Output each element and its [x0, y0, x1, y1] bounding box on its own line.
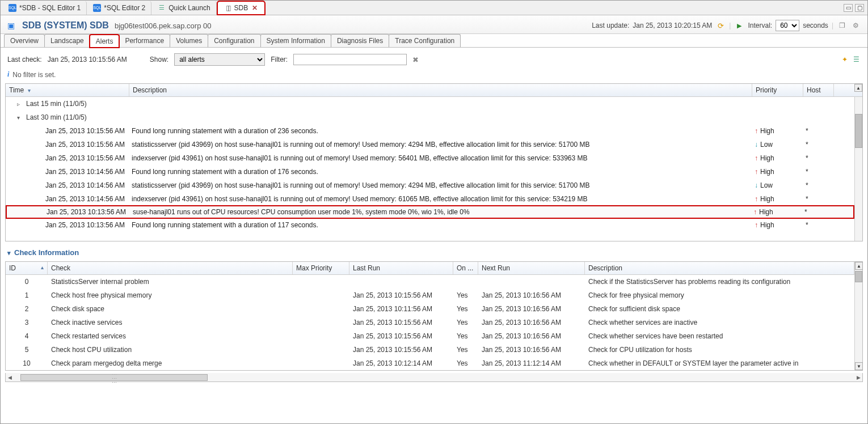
maximize-view-button[interactable]: ▢	[855, 4, 864, 12]
alert-row[interactable]: Jan 25, 2013 10:14:56 AMstatisticsserver…	[6, 179, 854, 192]
column-last-run[interactable]: Last Run	[349, 262, 453, 274]
filter-info: i No filter is set.	[1, 69, 867, 83]
tab-trace-configuration[interactable]: Trace Configuration	[389, 34, 461, 47]
check-row[interactable]: 3Check inactive servicesJan 25, 2013 10:…	[6, 316, 854, 329]
priority-arrow-icon	[755, 127, 758, 135]
column-time[interactable]: Time	[6, 84, 129, 96]
interval-unit: seconds	[803, 22, 828, 29]
tab-landscape[interactable]: Landscape	[44, 34, 90, 47]
column-id[interactable]: ID	[6, 262, 48, 274]
sort-desc-icon	[26, 86, 31, 94]
alert-row-partial	[6, 232, 854, 241]
view-options-icon[interactable]	[852, 55, 861, 64]
tab-label: Quick Launch	[168, 4, 210, 12]
check-info-header[interactable]: Check Information	[1, 241, 867, 261]
last-update-value: Jan 25, 2013 10:20:15 AM	[633, 22, 712, 29]
system-header: SDB (SYSTEM) SDB bjg06test006.pek.sap.co…	[1, 15, 867, 34]
tab-volumes[interactable]: Volumes	[170, 34, 208, 47]
check-info-title: Check Information	[14, 248, 79, 257]
clear-filter-button[interactable]: ✖	[412, 56, 419, 64]
alert-row[interactable]: Jan 25, 2013 10:15:56 AMFound long runni…	[6, 124, 854, 138]
refresh-button[interactable]	[715, 20, 726, 31]
column-next-run[interactable]: Next Run	[478, 262, 585, 274]
alerts-table: Time Description Priority Host ▲ ▹Last 1…	[5, 83, 863, 241]
alerts-table-header: Time Description Priority Host ▲	[6, 84, 862, 97]
tab-label: *SDB - SQL Editor 1	[19, 4, 81, 12]
interval-label: Interval:	[748, 22, 772, 29]
tab-configuration[interactable]: Configuration	[208, 34, 260, 47]
horizontal-scrollbar[interactable]: ◀ ▶	[5, 373, 863, 382]
tab-sql-editor-1[interactable]: SQL *SDB - SQL Editor 1	[3, 1, 87, 15]
column-priority[interactable]: Priority	[752, 84, 803, 96]
tab-overview[interactable]: Overview	[4, 34, 45, 47]
interval-select[interactable]: 60	[776, 20, 799, 31]
filter-input[interactable]	[293, 54, 407, 65]
priority-arrow-icon	[755, 141, 758, 149]
settings-button[interactable]	[850, 20, 861, 31]
column-host[interactable]: Host	[803, 84, 834, 96]
check-row[interactable]: 0StatisticsServer internal problemCheck …	[6, 275, 854, 289]
filter-label: Filter:	[271, 56, 288, 63]
scroll-thumb[interactable]	[855, 114, 862, 148]
configure-alerts-icon[interactable]	[840, 55, 849, 64]
tab-sql-editor-2[interactable]: SQL *SQL Editor 2	[87, 1, 151, 15]
alert-group[interactable]: ▹Last 15 min (11/0/5)	[6, 97, 854, 111]
close-tab-icon[interactable]: ✕	[251, 4, 259, 12]
table-icon	[158, 4, 166, 12]
check-row[interactable]: 4Check restarted servicesJan 25, 2013 10…	[6, 329, 854, 343]
alert-row[interactable]: Jan 25, 2013 10:15:56 AMstatisticsserver…	[6, 138, 854, 151]
priority-arrow-icon	[753, 208, 757, 216]
scroll-thumb[interactable]	[855, 271, 862, 282]
scroll-up-button[interactable]: ▲	[854, 84, 862, 92]
alerts-table-body: ▹Last 15 min (11/0/5)▾Last 30 min (11/0/…	[6, 97, 854, 241]
check-row[interactable]: 2Check disk spaceJan 25, 2013 10:11:56 A…	[6, 302, 854, 316]
alert-row[interactable]: Jan 25, 2013 10:14:56 AMFound long runni…	[6, 165, 854, 179]
tab-system-information[interactable]: System Information	[260, 34, 331, 47]
check-row[interactable]: 5Check host CPU utilizationJan 25, 2013 …	[6, 343, 854, 357]
tab-label: *SQL Editor 2	[104, 4, 145, 12]
show-select[interactable]: all alerts	[174, 53, 265, 66]
alert-row[interactable]: Jan 25, 2013 10:14:56 AMindexserver (pid…	[6, 192, 854, 206]
alert-row[interactable]: Jan 25, 2013 10:13:56 AMFound long runni…	[6, 218, 854, 232]
last-check-value: Jan 25, 2013 10:15:56 AM	[48, 56, 127, 63]
check-row[interactable]: 1Check host free physical memoryJan 25, …	[6, 289, 854, 302]
system-title: SDB (SYSTEM) SDB	[22, 20, 109, 31]
expand-icon[interactable]: ▹	[17, 101, 23, 107]
scroll-up-button[interactable]: ▲	[855, 262, 863, 270]
system-icon	[224, 4, 231, 12]
sql-icon: SQL	[9, 4, 16, 12]
tab-alerts[interactable]: Alerts	[90, 35, 120, 48]
vertical-scrollbar[interactable]	[854, 97, 862, 241]
column-description[interactable]: Description	[129, 84, 752, 96]
tab-sdb[interactable]: SDB ✕	[217, 1, 266, 15]
priority-arrow-icon	[755, 221, 758, 229]
tab-quick-launch[interactable]: Quick Launch	[152, 1, 216, 15]
check-table-header: ID Check Max Priority Last Run On ... Ne…	[6, 262, 854, 275]
priority-arrow-icon	[755, 195, 758, 203]
check-info-table: ID Check Max Priority Last Run On ... Ne…	[5, 261, 863, 371]
scroll-left-button[interactable]: ◀	[6, 374, 14, 381]
scroll-thumb[interactable]	[20, 374, 208, 381]
last-check-label: Last check:	[7, 56, 42, 63]
auto-refresh-button[interactable]	[734, 20, 744, 31]
sql-icon: SQL	[93, 4, 101, 12]
check-table-body: 0StatisticsServer internal problemCheck …	[6, 275, 854, 370]
expand-icon[interactable]: ▾	[17, 115, 23, 121]
minimize-view-button[interactable]: ▭	[844, 4, 853, 12]
alert-row[interactable]: Jan 25, 2013 10:15:56 AMindexserver (pid…	[6, 151, 854, 165]
scroll-down-button[interactable]: ▼	[855, 362, 863, 370]
column-max-priority[interactable]: Max Priority	[293, 262, 349, 274]
tab-performance[interactable]: Performance	[119, 34, 170, 47]
alert-group[interactable]: ▾Last 30 min (11/0/5)	[6, 111, 854, 124]
column-on[interactable]: On ...	[453, 262, 478, 274]
column-check[interactable]: Check	[48, 262, 293, 274]
column-check-description[interactable]: Description	[585, 262, 854, 274]
alert-row[interactable]: Jan 25, 2013 10:13:56 AMsuse-hanajl01 ru…	[6, 205, 854, 219]
info-icon: i	[7, 70, 9, 79]
copy-button[interactable]	[837, 20, 847, 31]
scroll-right-button[interactable]: ▶	[854, 374, 862, 381]
last-update-label: Last update:	[592, 22, 629, 29]
tab-diagnosis-files[interactable]: Diagnosis Files	[331, 34, 389, 47]
collapse-icon[interactable]	[7, 248, 11, 257]
check-row[interactable]: 10Check param mergedog delta mergeJan 25…	[6, 357, 854, 370]
